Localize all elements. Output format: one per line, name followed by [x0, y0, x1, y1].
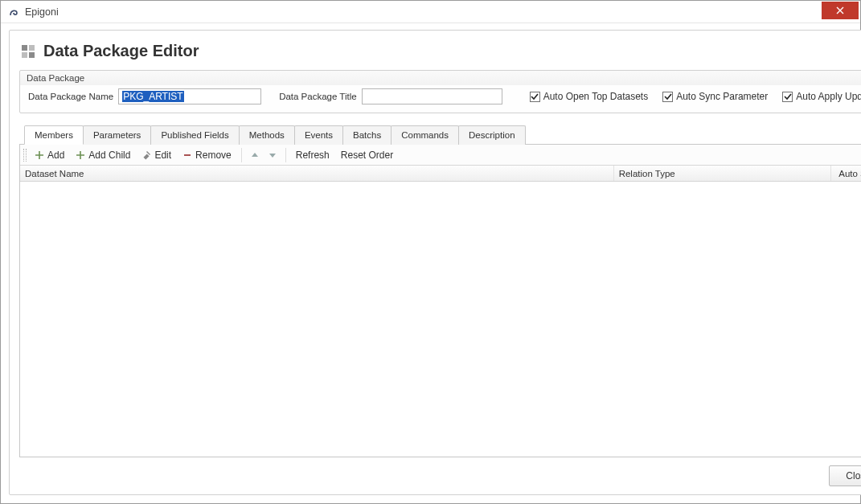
- chevron-down-icon: [268, 150, 277, 160]
- tab-description[interactable]: Description: [458, 125, 526, 145]
- svg-rect-3: [29, 52, 35, 58]
- tab-batchs[interactable]: Batchs: [342, 125, 392, 145]
- tab-bar: Members Parameters Published Fields Meth…: [19, 125, 861, 144]
- footer: Close: [19, 457, 861, 486]
- title-label: Data Package Title: [279, 92, 357, 101]
- content-area: Data Package Editor Data Package Data Pa…: [1, 23, 860, 503]
- auto-open-label: Auto Open Top Datasets: [543, 91, 649, 102]
- data-package-title-input[interactable]: [362, 88, 502, 104]
- auto-open-checkbox-wrap[interactable]: Auto Open Top Datasets: [530, 91, 649, 102]
- auto-apply-checkbox[interactable]: [782, 92, 793, 102]
- tab-methods[interactable]: Methods: [239, 125, 295, 145]
- tab-parameters[interactable]: Parameters: [83, 125, 151, 145]
- grid-icon: [21, 44, 35, 59]
- tab-members[interactable]: Members: [24, 125, 84, 145]
- tab-events[interactable]: Events: [294, 125, 343, 145]
- auto-open-checkbox[interactable]: [530, 92, 540, 102]
- tabs-container: Members Parameters Published Fields Meth…: [19, 125, 861, 457]
- add-button[interactable]: Add: [30, 146, 69, 164]
- window-close-button[interactable]: [822, 2, 859, 19]
- page-title: Data Package Editor: [43, 42, 199, 60]
- name-input-value: PKG_ARTIST: [122, 91, 183, 102]
- svg-rect-1: [29, 45, 35, 51]
- data-package-fieldset: Data Package Data Package Name PKG_ARTIS…: [19, 70, 861, 113]
- toolbar-separator: [285, 148, 286, 162]
- data-package-name-input[interactable]: PKG_ARTIST: [118, 88, 261, 104]
- auto-apply-checkbox-wrap[interactable]: Auto Apply Updates: [782, 91, 861, 102]
- refresh-button[interactable]: Refresh: [291, 146, 334, 164]
- column-auto-sync[interactable]: Auto Sync: [831, 166, 861, 181]
- auto-sync-checkbox-wrap[interactable]: Auto Sync Parameter: [662, 91, 768, 102]
- auto-sync-checkbox[interactable]: [662, 92, 673, 102]
- plus-icon: [35, 150, 44, 160]
- edit-icon: [141, 150, 151, 160]
- panel-header: Data Package Editor: [19, 39, 861, 70]
- column-dataset-name[interactable]: Dataset Name: [20, 166, 614, 181]
- titlebar: Epigoni: [1, 1, 860, 23]
- move-up-button[interactable]: [247, 146, 263, 164]
- auto-sync-label: Auto Sync Parameter: [676, 91, 768, 102]
- svg-rect-0: [22, 45, 27, 51]
- tab-body: Add Add Child Edit: [19, 144, 861, 457]
- minus-icon: [182, 150, 192, 160]
- toolbar-grip-icon: [23, 149, 27, 162]
- window: Epigoni Data Package Editor Data Package: [0, 0, 861, 504]
- main-panel: Data Package Editor Data Package Data Pa…: [9, 30, 861, 495]
- tab-commands[interactable]: Commands: [391, 125, 459, 145]
- grid-body[interactable]: [20, 182, 861, 457]
- move-down-button[interactable]: [264, 146, 281, 164]
- tab-published-fields[interactable]: Published Fields: [150, 125, 239, 145]
- add-child-button[interactable]: Add Child: [71, 146, 135, 164]
- grid-header: Dataset Name Relation Type Auto Sync: [20, 166, 861, 182]
- app-icon: [7, 6, 20, 18]
- reset-order-button[interactable]: Reset Order: [336, 146, 398, 164]
- svg-rect-2: [22, 52, 27, 58]
- chevron-up-icon: [250, 150, 260, 160]
- window-title: Epigoni: [25, 6, 822, 18]
- plus-child-icon: [76, 150, 85, 160]
- name-label: Data Package Name: [28, 92, 113, 101]
- fieldset-legend: Data Package: [27, 73, 84, 83]
- auto-apply-label: Auto Apply Updates: [796, 91, 861, 102]
- toolbar-separator: [241, 148, 242, 162]
- toolbar: Add Add Child Edit: [20, 145, 861, 166]
- form-row: Data Package Name PKG_ARTIST Data Packag…: [28, 88, 861, 104]
- svg-rect-4: [144, 154, 150, 159]
- remove-button[interactable]: Remove: [178, 146, 236, 164]
- column-relation-type[interactable]: Relation Type: [614, 166, 831, 181]
- close-button[interactable]: Close: [829, 465, 861, 486]
- edit-button[interactable]: Edit: [137, 146, 176, 164]
